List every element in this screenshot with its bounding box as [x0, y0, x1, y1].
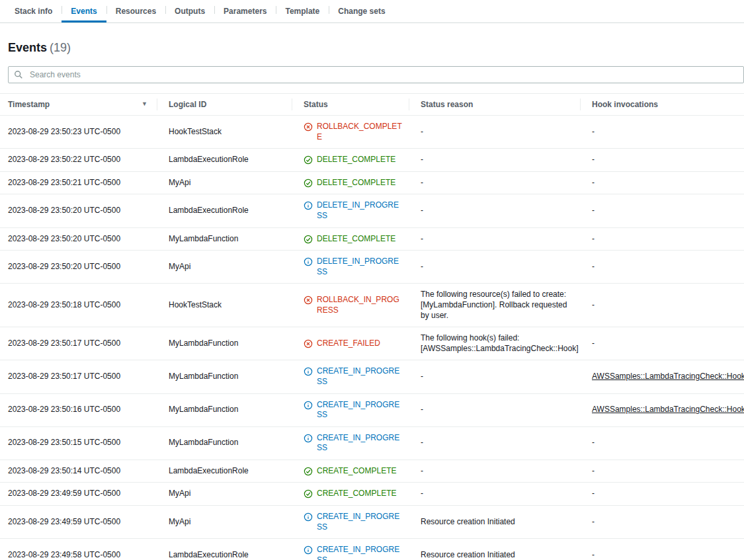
status-cell: DELETE_COMPLETE: [292, 149, 409, 172]
tab-label: Template: [285, 7, 319, 16]
logical-id-cell: MyLambdaFunction: [157, 360, 292, 393]
hook-invocations-cell: -: [580, 483, 744, 506]
circle-check-icon: [304, 489, 313, 499]
status-label: CREATE_IN_PROGRESS: [317, 366, 402, 387]
column-header-timestamp[interactable]: Timestamp ▼: [0, 94, 157, 116]
logical-id-cell: MyLambdaFunction: [157, 227, 292, 251]
hook-invocations-cell: -: [580, 539, 744, 560]
status-reason-cell: Resource creation Initiated: [409, 539, 580, 560]
table-row: 2023-08-29 23:50:14 UTC-0500 LambdaExecu…: [0, 460, 744, 483]
column-header-status-reason: Status reason: [409, 94, 580, 116]
tab-label: Resources: [116, 7, 156, 16]
search-icon: [14, 70, 23, 79]
status-label: DELETE_IN_PROGRESS: [317, 257, 402, 277]
table-row: 2023-08-29 23:50:18 UTC-0500 HookTestSta…: [0, 284, 744, 327]
status-reason-cell: -: [409, 116, 580, 149]
status-cell: CREATE_IN_PROGRESS: [292, 393, 409, 426]
status-reason-cell: -: [409, 194, 580, 227]
status-cell: ROLLBACK_COMPLETE: [292, 116, 409, 149]
status-reason-cell: -: [409, 393, 580, 426]
timestamp-cell: 2023-08-29 23:50:21 UTC-0500: [0, 171, 157, 194]
status-reason-cell: -: [409, 149, 580, 172]
status-reason-cell: -: [409, 426, 580, 460]
timestamp-cell: 2023-08-29 23:50:20 UTC-0500: [0, 194, 157, 227]
hook-invocations-cell: AWSSamples::LambdaTracingCheck::Hook: [580, 360, 744, 393]
status-cell: CREATE_IN_PROGRESS: [292, 360, 409, 393]
search-input[interactable]: [8, 66, 744, 83]
table-row: 2023-08-29 23:50:20 UTC-0500 MyApi DELET…: [0, 251, 744, 284]
status-label: DELETE_COMPLETE: [317, 234, 395, 245]
tab-stack-info[interactable]: Stack info: [5, 0, 62, 22]
hook-invocation-link[interactable]: AWSSamples::LambdaTracingCheck::Hook: [592, 372, 744, 381]
column-header-logical-id: Logical ID: [157, 94, 292, 116]
status-reason-cell: -: [409, 227, 580, 251]
tab-outputs[interactable]: Outputs: [165, 0, 214, 22]
status-cell: DELETE_COMPLETE: [292, 227, 409, 251]
status-reason-cell: The following hook(s) failed: [AWSSample…: [409, 327, 580, 360]
logical-id-cell: HookTestStack: [157, 284, 292, 327]
hook-invocations-cell: -: [580, 327, 744, 360]
status-reason-cell: -: [409, 171, 580, 194]
circle-info-icon: [304, 545, 313, 555]
events-count: (19): [50, 41, 71, 54]
status-label: CREATE_IN_PROGRESS: [317, 433, 402, 454]
status-cell: CREATE_IN_PROGRESS: [292, 539, 409, 560]
timestamp-cell: 2023-08-29 23:50:14 UTC-0500: [0, 460, 157, 483]
tab-resources[interactable]: Resources: [106, 0, 165, 22]
tab-events[interactable]: Events: [62, 0, 106, 22]
logical-id-cell: LambdaExecutionRole: [157, 194, 292, 227]
status-cell: ROLLBACK_IN_PROGRESS: [292, 284, 409, 327]
tab-label: Stack info: [15, 7, 52, 16]
status-cell: CREATE_IN_PROGRESS: [292, 506, 409, 539]
hook-invocations-cell: AWSSamples::LambdaTracingCheck::Hook: [580, 393, 744, 426]
circle-info-icon: [304, 512, 313, 522]
hook-invocation-link[interactable]: AWSSamples::LambdaTracingCheck::Hook: [592, 405, 744, 414]
logical-id-cell: MyApi: [157, 506, 292, 539]
hook-invocations-cell: -: [580, 149, 744, 172]
circle-check-icon: [304, 467, 313, 476]
tab-parameters[interactable]: Parameters: [214, 0, 276, 22]
tab-label: Parameters: [224, 7, 267, 16]
timestamp-cell: 2023-08-29 23:50:17 UTC-0500: [0, 360, 157, 393]
status-cell: DELETE_COMPLETE: [292, 171, 409, 194]
status-reason-cell: -: [409, 360, 580, 393]
status-reason-cell: -: [409, 483, 580, 506]
table-row: 2023-08-29 23:50:16 UTC-0500 MyLambdaFun…: [0, 393, 744, 426]
status-cell: CREATE_IN_PROGRESS: [292, 426, 409, 460]
table-row: 2023-08-29 23:50:17 UTC-0500 MyLambdaFun…: [0, 360, 744, 393]
status-label: DELETE_IN_PROGRESS: [317, 200, 402, 221]
table-row: 2023-08-29 23:50:17 UTC-0500 MyLambdaFun…: [0, 327, 744, 360]
status-reason-cell: Resource creation Initiated: [409, 506, 580, 539]
search-box: [8, 66, 744, 83]
timestamp-cell: 2023-08-29 23:50:17 UTC-0500: [0, 327, 157, 360]
column-header-status: Status: [292, 94, 409, 116]
timestamp-cell: 2023-08-29 23:50:22 UTC-0500: [0, 149, 157, 172]
logical-id-cell: MyLambdaFunction: [157, 393, 292, 426]
circle-info-icon: [304, 367, 313, 376]
tab-change-sets[interactable]: Change sets: [329, 0, 394, 22]
tab-bar: Stack info Events Resources Outputs Para…: [0, 0, 744, 23]
table-row: 2023-08-29 23:50:23 UTC-0500 HookTestSta…: [0, 116, 744, 149]
hook-invocations-cell: -: [580, 116, 744, 149]
status-label: CREATE_IN_PROGRESS: [317, 512, 402, 532]
table-row: 2023-08-29 23:49:58 UTC-0500 LambdaExecu…: [0, 539, 744, 560]
logical-id-cell: HookTestStack: [157, 116, 292, 149]
timestamp-cell: 2023-08-29 23:49:59 UTC-0500: [0, 506, 157, 539]
logical-id-cell: MyApi: [157, 171, 292, 194]
timestamp-cell: 2023-08-29 23:50:23 UTC-0500: [0, 116, 157, 149]
circle-info-icon: [304, 401, 313, 410]
sort-descending-icon[interactable]: ▼: [142, 100, 147, 107]
status-label: CREATE_IN_PROGRESS: [317, 545, 402, 560]
logical-id-cell: MyApi: [157, 251, 292, 284]
timestamp-cell: 2023-08-29 23:50:20 UTC-0500: [0, 227, 157, 251]
status-label: DELETE_COMPLETE: [317, 155, 395, 165]
tab-template[interactable]: Template: [276, 0, 329, 22]
table-row: 2023-08-29 23:50:20 UTC-0500 MyLambdaFun…: [0, 227, 744, 251]
status-label: CREATE_COMPLETE: [317, 489, 396, 499]
timestamp-cell: 2023-08-29 23:50:20 UTC-0500: [0, 251, 157, 284]
logical-id-cell: MyLambdaFunction: [157, 426, 292, 460]
status-label: ROLLBACK_IN_PROGRESS: [317, 295, 402, 315]
column-header-hook-invocations: Hook invocations: [580, 94, 744, 116]
tab-label: Change sets: [338, 7, 385, 16]
hook-invocations-cell: -: [580, 506, 744, 539]
